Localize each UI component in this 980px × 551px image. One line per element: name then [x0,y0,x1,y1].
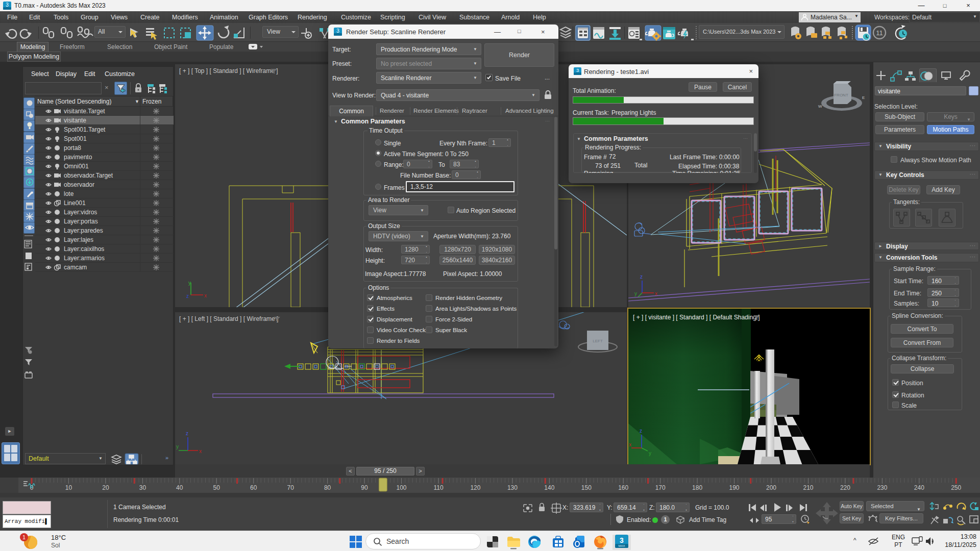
svg-text:y: y [176,444,179,449]
svg-text:200: 200 [766,484,776,491]
svg-text:30: 30 [139,484,146,491]
svg-text:y: y [188,280,191,286]
svg-text:MAX: MAX [618,544,625,547]
svg-text:y: y [649,450,651,456]
svg-text:100: 100 [396,484,406,491]
svg-text:x: x [204,293,207,298]
svg-text:170: 170 [655,484,666,491]
svg-text:220: 220 [840,484,850,491]
svg-text:240: 240 [914,484,924,491]
svg-text:z: z [186,293,189,299]
svg-text:60: 60 [250,484,257,491]
svg-text:250: 250 [951,484,961,491]
svg-text:W: W [818,104,822,109]
svg-text:y: y [634,291,637,296]
svg-text:90: 90 [361,484,368,491]
svg-text:130: 130 [507,484,518,491]
svg-text:E: E [862,95,865,100]
svg-text:20: 20 [102,484,109,491]
svg-text:LEFT: LEFT [593,339,603,343]
svg-text:FRONT: FRONT [834,93,848,97]
svg-text:70: 70 [287,484,295,491]
svg-text:50: 50 [213,484,220,491]
svg-text:3: 3 [6,2,9,8]
svg-text:x: x [199,448,202,454]
svg-text:180: 180 [692,484,702,491]
svg-text:230: 230 [877,484,887,491]
svg-text:x: x [629,442,631,447]
svg-text:40: 40 [176,484,183,491]
svg-text:z: z [186,431,188,436]
svg-text:160: 160 [618,484,628,491]
svg-text:z: z [640,274,643,280]
svg-text:190: 190 [729,484,739,491]
svg-text:150: 150 [581,484,592,491]
svg-text:10: 10 [65,484,72,491]
svg-text:z: z [640,428,642,434]
svg-text:80: 80 [324,484,331,491]
svg-text:140: 140 [544,484,554,491]
svg-text:x: x [655,291,657,296]
svg-text:11: 11 [876,29,883,37]
svg-text:3: 3 [336,28,339,34]
svg-text:210: 210 [803,484,813,491]
svg-text:110: 110 [433,484,443,491]
svg-text:3: 3 [620,536,624,544]
svg-text:3: 3 [576,68,579,73]
svg-text:120: 120 [470,484,480,491]
svg-text:1: 1 [22,534,26,540]
